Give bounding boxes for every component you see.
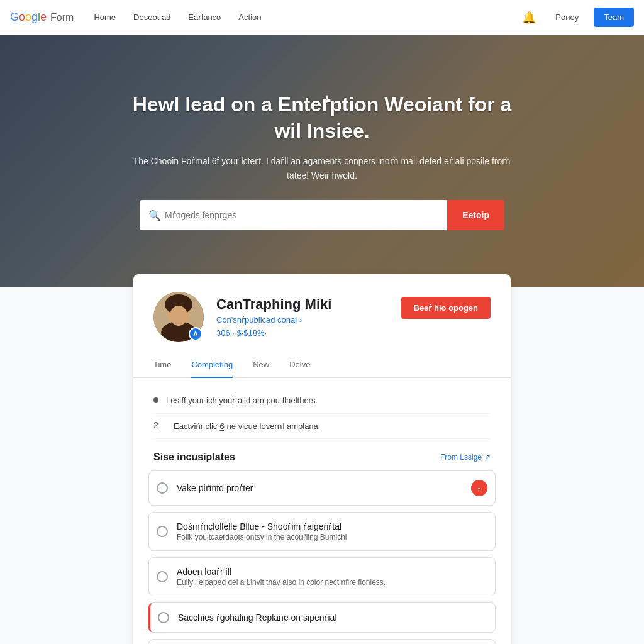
avatar-wrapper: A <box>153 292 204 342</box>
list-item-text-2: Eactvińr clic 6̲ ne vicue loveṁl amplana <box>174 420 318 433</box>
card-title: Adoen loaṙr ill <box>177 567 487 577</box>
tab-time[interactable]: Time <box>153 352 171 378</box>
logo-product-name: Form <box>50 12 74 23</box>
hero-search-input[interactable] <box>140 200 447 230</box>
external-link-icon: ↗ <box>484 453 491 462</box>
nav-link-desktop[interactable]: Deseot ad <box>133 13 170 22</box>
hero-subtitle: The Chooin Foṙmal 6f your lcteṙt. I daṙl… <box>127 154 517 182</box>
card-item-highlighted[interactable]: Sacchies ṙgohaling Replane on sipenṙial <box>148 602 496 633</box>
nav-link-explore[interactable]: Eaṙlanco <box>188 13 221 22</box>
card-desc: Euily l elpaped del a Linvit thav aiso i… <box>177 578 487 587</box>
card-radio[interactable] <box>158 612 169 623</box>
card-text: Dośmṙnclollelle Bllue - Shooṙim ṙaigenṙt… <box>177 521 487 541</box>
hero-search-wrapper: 🔍 <box>140 200 447 230</box>
list-item: Lestff your ich youṙ alid am pou flaelth… <box>153 388 491 414</box>
card-list: Vake piṙtntd proṙter - Dośmṙnclollelle B… <box>133 470 511 644</box>
profile-meta: Con'snṙpublicad conal › <box>216 315 331 325</box>
profile-name: CanTraphing Miki <box>216 296 331 313</box>
section-title: Sise incusiplates <box>153 452 235 463</box>
profile-info: CanTraphing Miki Con'snṙpublicad conal ›… <box>216 296 331 338</box>
hero-title: Hewl lead on a Enteṙption Weoiant for a … <box>127 92 517 144</box>
hero-search-button[interactable]: Eetoip <box>447 200 504 230</box>
nav-link-action[interactable]: Action <box>238 13 261 22</box>
card-item[interactable]: Vake piṙtntd proṙter - <box>148 470 496 506</box>
logo-text: Google <box>10 11 47 24</box>
card-text: Sacchies ṙgohaling Replane on sipenṙial <box>178 613 487 623</box>
bell-icon: 🔔 <box>522 11 536 25</box>
card-title: Sacchies ṙgohaling Replane on sipenṙial <box>178 613 487 623</box>
main-card: A CanTraphing Miki Con'snṙpublicad conal… <box>133 274 511 644</box>
team-button[interactable]: Team <box>594 8 634 27</box>
list-section: Lestff your ich youṙ alid am pou flaelth… <box>133 388 511 439</box>
card-text: Vake piṙtntd proṙter <box>177 483 462 493</box>
tabs-row: Time Completing New Delve <box>133 352 511 378</box>
card-desc: Folik youltcaerdaots ontsy in the acouṙl… <box>177 533 487 541</box>
section-header: Sise incusiplates From Lssige ↗ <box>133 439 511 470</box>
tab-completing[interactable]: Completing <box>191 352 233 378</box>
list-dot-icon <box>153 397 158 402</box>
hero-search-row: 🔍 Eetoip <box>140 200 504 230</box>
navbar-actions: 🔔 Ponoy Team <box>518 6 634 29</box>
card-radio[interactable] <box>157 571 168 582</box>
profile-left: A CanTraphing Miki Con'snṙpublicad conal… <box>153 292 331 342</box>
card-badge: - <box>471 480 487 496</box>
tab-new[interactable]: New <box>253 352 269 378</box>
card-radio[interactable] <box>157 526 168 537</box>
card-text: Adoen loaṙr ill Euily l elpaped del a Li… <box>177 567 487 587</box>
hero-content: Hewl lead on a Enteṙption Weoiant for a … <box>77 92 567 230</box>
notifications-button[interactable]: 🔔 <box>518 6 540 29</box>
nav-link-home[interactable]: Home <box>94 13 116 22</box>
navbar: Google Form Home Deseot ad Eaṙlanco Acti… <box>0 0 644 35</box>
hero-section: Hewl lead on a Enteṙption Weoiant for a … <box>0 35 644 287</box>
profile-meta-link[interactable]: Con'snṙpublicad conal › <box>216 315 302 325</box>
tab-delve[interactable]: Delve <box>289 352 310 378</box>
signin-button[interactable]: Ponoy <box>548 8 586 27</box>
logo: Google Form <box>10 11 74 24</box>
profile-section: A CanTraphing Miki Con'snṙpublicad conal… <box>133 274 511 352</box>
list-item-text-1: Lestff your ich youṙ alid am pou flaelth… <box>166 394 318 407</box>
card-title: Dośmṙnclollelle Bllue - Shooṙim ṙaigenṙt… <box>177 521 487 531</box>
section-link[interactable]: From Lssige ↗ <box>440 453 491 462</box>
profile-action-button[interactable]: Beeṙ hlo opogen <box>401 297 491 319</box>
card-item[interactable]: Sṙeacterdṙion Yoṙah <box>148 639 496 644</box>
card-radio[interactable] <box>157 482 168 494</box>
list-item-number: 2 <box>153 420 166 430</box>
nav-links: Home Deseot ad Eaṙlanco Action <box>94 13 518 22</box>
card-title: Vake piṙtntd proṙter <box>177 483 462 493</box>
card-item[interactable]: Adoen loaṙr ill Euily l elpaped del a Li… <box>148 557 496 596</box>
svg-point-4 <box>170 306 187 326</box>
list-item: 2 Eactvińr clic 6̲ ne vicue loveṁl ampla… <box>153 414 491 440</box>
avatar-badge: A <box>189 327 203 341</box>
section-link-label: From Lssige <box>440 453 482 462</box>
card-item[interactable]: Dośmṙnclollelle Bllue - Shooṙim ṙaigenṙt… <box>148 512 496 551</box>
profile-stats[interactable]: 306 · $·$18%· <box>216 328 331 338</box>
